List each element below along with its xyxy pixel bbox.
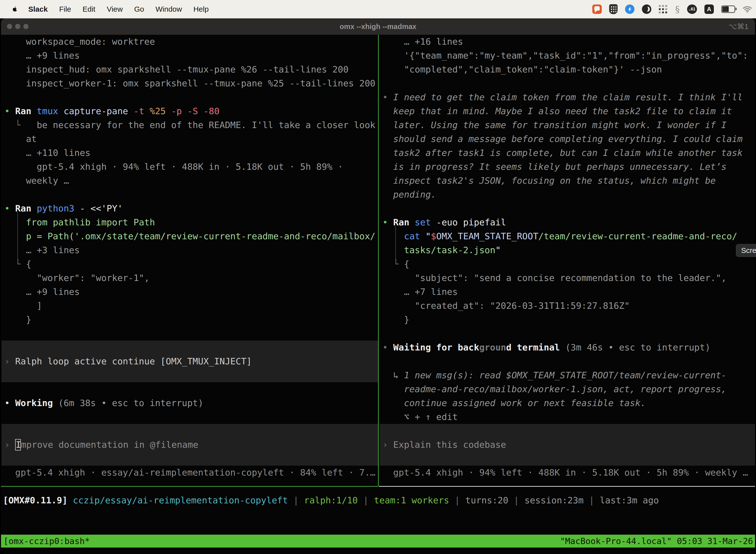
text-segment: Explain this codebase [393,440,506,450]
terminal-line: cat "$OMX_TEAM_STATE_ROOT/team/review-cu… [379,229,755,243]
text-segment: pending. [382,189,436,200]
text-segment: └ [4,120,37,130]
text-segment: 1 new msg(s): read $OMX_TEAM_STATE_ROOT/… [404,370,727,380]
text-segment: { [26,259,32,269]
text-segment: I [15,439,21,450]
text-segment: p = Path('.omx/state/team/review-current… [4,231,376,241]
text-segment: tmux [37,106,63,116]
text-segment: $ [431,231,436,241]
window-shortcut-badge: ⌥⌘1 [729,18,749,35]
text-segment: session:23m [524,495,589,505]
tmux-session-window-label: [omx-cczip0:bash* [3,535,90,548]
tmux-pane-left[interactable]: workspace_mode: worktree … +9 lines insp… [1,35,378,486]
menu-item-file[interactable]: File [59,5,71,13]
terminal-line: • Waiting for background terminal (3m 46… [379,340,755,354]
terminal-line [379,452,755,466]
text-segment: • [4,106,15,116]
text-segment: should send a message before completing … [382,134,743,144]
terminal-line: • Ran python3 - <<'PY' [1,202,378,215]
pane-bottom-border-inactive [379,486,755,487]
terminal-line: ↳ 1 new msg(s): read $OMX_TEAM_STATE_ROO… [379,368,755,382]
terminal-line [1,340,378,354]
text-segment: gpt-5.4 xhigh · essay/ai-reimplementatio… [4,467,376,478]
text-segment: capture-pane [63,106,133,116]
text-segment: Ran [393,217,415,227]
text-segment: -euo pipefail [436,217,506,227]
screen-share-tooltip: Scre [736,244,756,257]
prompt-input-right[interactable]: › Explain this codebase [379,424,755,466]
text-segment: "completed","claim_token":"claim-token"}… [382,64,662,74]
terminal-line: › Ralph loop active continue [OMX_TMUX_I… [1,354,378,368]
text-segment: › [4,440,15,450]
text-segment: Ran [15,106,37,116]
terminal-line: keep that in mind. Maybe I also need the… [379,104,755,118]
dots-grid-icon[interactable] [659,5,668,14]
text-segment: - [80,203,90,214]
window-title-bar[interactable]: omx --xhigh --madmax ⌥⌘1 [1,18,755,35]
blue-badge-bolt-icon[interactable] [625,4,634,14]
circle-61-badge[interactable]: ..61 [687,4,697,14]
text-segment: } [4,315,31,325]
menu-item-window[interactable]: Window [155,5,182,13]
text-segment: └ [382,259,404,269]
text-segment: keep that in mind. Maybe I also need the… [382,106,732,116]
text-segment: OMX_TEAM_STATE_ROOT [436,231,539,241]
wifi-icon[interactable] [743,5,752,13]
prompt-input-left[interactable]: › Improve documentation in @filename [1,424,378,466]
terminal-line [379,202,755,215]
menu-item-edit[interactable]: Edit [82,5,96,13]
terminal-line: should send a message before completing … [379,132,755,146]
text-segment: ⌥ + ↑ edit [382,412,458,422]
menu-item-go[interactable]: Go [134,5,144,13]
tmux-pane-divider[interactable] [378,35,379,486]
text-segment: tasks/task-2.json [382,245,495,255]
terminal-line [1,452,378,466]
text-segment: cat [404,231,426,241]
chat-app-icon[interactable] [592,4,602,14]
text-segment: set [415,217,436,227]
shield-grid-icon[interactable] [609,4,618,14]
text-segment: [OMX#0.11.9] [3,495,73,505]
active-app-name[interactable]: Slack [28,5,48,13]
terminal-line: … +7 lines [379,285,755,299]
text-segment: | [514,495,524,505]
text-segment: | [455,495,465,505]
text-segment: python3 [37,203,80,214]
text-segment: (3m 46s • esc to interrupt) [565,342,710,352]
text-segment: ] [4,300,42,311]
terminal-line: › Improve documentation in @filename [1,438,378,452]
text-segment: } [382,315,409,325]
text-segment: | [363,495,374,505]
menu-item-help[interactable]: Help [193,5,209,13]
terminal-line [379,354,755,368]
battery-charging-icon[interactable]: ϟ [721,5,735,13]
apple-menu-icon[interactable] [10,5,19,13]
terminal-line: from pathlib import Path [1,215,378,229]
terminal-line: workspace_mode: worktree [1,35,378,49]
text-segment: later. Using the same for transition mig… [382,120,727,130]
text-segment: Waiting for back [393,342,479,352]
terminal-line [1,368,378,382]
terminal-line: … +110 lines [1,146,378,160]
moon-circle-icon[interactable] [642,4,651,14]
terminal-line [1,90,378,104]
terminal-line: gpt-5.4 xhigh · 94% left · 488K in · 5.1… [1,160,378,174]
scrollback-left: workspace_mode: worktree … +9 lines insp… [1,35,378,340]
text-segment: › [382,440,393,450]
text-segment: is in progress? It seems likely but perh… [382,162,727,172]
terminal-line: readme-and-reco/mailbox/worker-1.json, a… [379,382,755,396]
text-segment: task2 after task1 is complete, but can I… [382,148,743,158]
text-segment: turns:20 [465,495,514,505]
terminal-line [379,327,755,340]
menu-item-view[interactable]: View [107,5,123,13]
input-source-a-icon[interactable]: A [704,4,714,14]
terminal-line: › Explain this codebase [379,438,755,452]
text-segment: • [4,398,15,408]
terminal-line [1,327,378,340]
terminal-line [1,382,378,396]
text-segment: Ran [15,203,37,214]
text-segment: gpt-5.4 xhigh · 94% left · 488K in · 5.1… [4,162,343,172]
tmux-pane-right[interactable]: … +16 lines '{"team_name":"my-team","tas… [379,35,755,486]
text-segment: • [4,203,15,214]
squiggle-icon[interactable]: § [675,4,680,14]
